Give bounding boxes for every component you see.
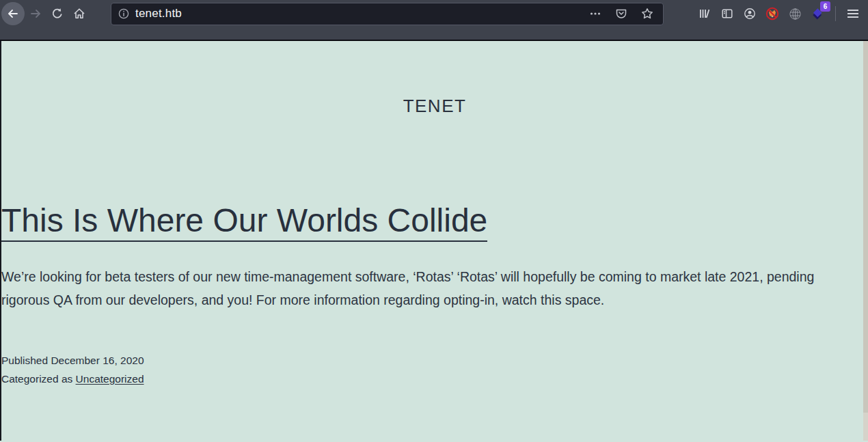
reload-button[interactable] [46,3,68,25]
scrollbar-track[interactable] [863,41,868,441]
pocket-icon [615,8,627,20]
site-info-icon[interactable] [118,8,129,19]
sidebars-button[interactable] [716,3,738,25]
categorized-line: Categorized as Uncategorized [1,370,868,388]
nav-button-group [1,2,90,25]
toolbar-separator [835,6,836,21]
categorized-prefix: Categorized as [1,373,76,385]
reload-icon [51,8,64,20]
globe-extension-button[interactable] [784,3,806,25]
url-text[interactable]: tenet.htb [135,7,586,20]
back-button[interactable] [1,2,25,25]
wappalyzer-button[interactable]: 6 [806,3,828,25]
scrollbar-thumb[interactable] [863,41,868,413]
category-link[interactable]: Uncategorized [76,373,144,385]
post-title-row: This Is Where Our Worlds Collide [1,203,868,239]
account-button[interactable] [739,3,761,25]
post-title-link[interactable]: This Is Where Our Worlds Collide [1,202,487,242]
post-body: We’re looking for beta testers of our ne… [1,265,856,312]
forward-arrow-icon [29,8,42,20]
published-line: Published December 16, 2020 [1,351,868,370]
webpage-viewport: TENET This Is Where Our Worlds Collide W… [0,41,868,441]
bookmark-star-button[interactable] [638,5,656,23]
library-button[interactable] [694,3,716,25]
hamburger-icon [847,9,858,18]
home-button[interactable] [68,3,90,25]
page-actions-button[interactable] [586,5,604,23]
url-bar[interactable]: tenet.htb [111,3,664,25]
toolbar-right-group: 6 [693,3,864,25]
post-meta: Published December 16, 2020 Categorized … [1,351,868,388]
foxyproxy-disabled-icon [765,7,779,20]
foxyproxy-disabled-button[interactable] [761,3,783,25]
menu-button[interactable] [842,3,864,25]
browser-toolbar: tenet.htb [0,0,868,41]
account-person-icon [744,8,756,20]
site-title[interactable]: TENET [1,96,868,117]
forward-button[interactable] [25,3,46,25]
sidebar-icon [721,8,733,20]
home-icon [73,8,85,20]
wireframe-globe-icon [789,8,802,20]
star-icon [641,8,653,20]
pocket-button[interactable] [612,5,630,23]
three-dots-icon [590,8,601,19]
library-icon [699,8,711,20]
wappalyzer-badge: 6 [820,1,830,12]
back-arrow-icon [7,8,19,20]
